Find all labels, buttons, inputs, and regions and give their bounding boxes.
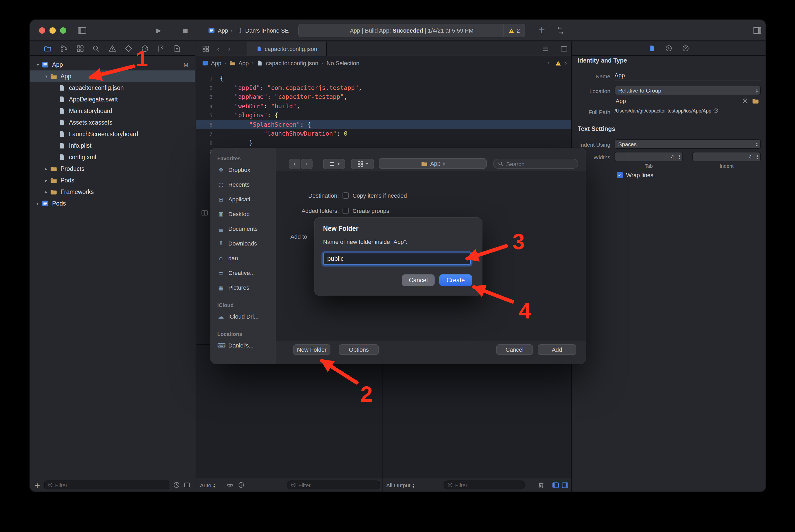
run-destination-selector[interactable]: Dan's iPhone SE	[236, 25, 289, 36]
tab-capacitor-config-json[interactable]: capacitor.config.json	[247, 41, 327, 56]
find-navigator-icon[interactable]	[92, 44, 100, 52]
open-path-icon[interactable]	[713, 108, 719, 114]
sidebar-item-recents[interactable]: ◷Recents	[217, 177, 276, 192]
tree-row-pods[interactable]: ▸Pods	[30, 174, 195, 186]
sidebar-item-documents[interactable]: ▤Documents	[217, 221, 276, 236]
code-line-7[interactable]: 7 "launchShowDuration": 0	[196, 129, 572, 138]
run-button[interactable]: ▶	[156, 27, 161, 34]
help-inspector-icon[interactable]	[682, 45, 689, 52]
icon-view-control[interactable]: ▾	[351, 159, 374, 169]
project-navigator-icon[interactable]	[44, 44, 52, 52]
breadcrumb-item[interactable]: capacitor.config.json	[257, 60, 318, 66]
copy-items-checkbox[interactable]	[343, 192, 349, 199]
dialog-cancel-button[interactable]: Cancel	[402, 274, 435, 286]
variables-filter-field[interactable]: Filter	[287, 480, 380, 489]
code-line-1[interactable]: 1{	[196, 74, 572, 83]
tree-row-launchscreen-storyboard[interactable]: LaunchScreen.storyboard	[30, 128, 195, 140]
issue-navigator-icon[interactable]	[108, 44, 116, 52]
disclosure-icon[interactable]: ▾	[34, 62, 41, 67]
add-editor-icon[interactable]	[560, 45, 568, 53]
show-variables-view-icon[interactable]	[552, 481, 559, 489]
file-inspector-icon[interactable]	[649, 45, 655, 52]
breadcrumb-item[interactable]: No Selection	[326, 60, 359, 66]
code-line-6[interactable]: 6 "SplashScreen": {	[196, 120, 572, 129]
stop-button[interactable]: ■	[183, 28, 188, 34]
code-line-3[interactable]: 3 "appName": "capacitor-testapp",	[196, 93, 572, 102]
clear-console-icon[interactable]	[538, 481, 545, 489]
console-output-selector[interactable]: All Output	[386, 478, 414, 492]
show-console-view-icon[interactable]	[561, 481, 569, 489]
back-button[interactable]: ‹	[289, 159, 301, 169]
info-icon[interactable]	[238, 481, 245, 488]
tree-row-products[interactable]: ▸Products	[30, 163, 195, 174]
add-item-button[interactable]: +	[34, 481, 40, 489]
indent-using-dropdown[interactable]: Spaces	[615, 139, 761, 149]
symbol-navigator-icon[interactable]	[76, 44, 84, 52]
sidebar-item-dropbox[interactable]: ❖Dropbox	[217, 163, 276, 177]
dialog-create-button[interactable]: Create	[439, 274, 472, 286]
new-folder-button[interactable]: New Folder	[293, 344, 330, 355]
location-dropdown[interactable]: Relative to Group	[615, 86, 761, 95]
code-review-icon[interactable]	[556, 26, 564, 35]
debug-navigator-icon[interactable]	[141, 44, 149, 52]
test-navigator-icon[interactable]	[125, 44, 132, 52]
tab-width-stepper[interactable]: 4	[615, 152, 683, 162]
search-field[interactable]: Search	[493, 159, 578, 169]
tree-row-frameworks[interactable]: ▸Frameworks	[30, 186, 195, 198]
toggle-inspector-icon[interactable]	[753, 26, 762, 35]
tree-row-config-xml[interactable]: config.xml	[30, 151, 195, 163]
report-navigator-icon[interactable]	[173, 44, 181, 52]
breakpoint-navigator-icon[interactable]	[157, 44, 165, 52]
create-groups-checkbox[interactable]	[343, 208, 349, 214]
console-filter-field[interactable]: Filter	[444, 480, 525, 489]
options-button[interactable]: Options	[339, 344, 379, 355]
tree-row-capacitor-config-json[interactable]: capacitor.config.json	[30, 82, 195, 94]
previous-issue-icon[interactable]: ‹	[547, 60, 550, 66]
close-window-button[interactable]	[39, 27, 45, 34]
variables-view-scope-selector[interactable]: Auto	[200, 478, 215, 492]
choose-folder-icon[interactable]	[752, 97, 759, 104]
disclosure-icon[interactable]: ▸	[42, 190, 50, 194]
toggle-navigator-icon[interactable]	[77, 26, 87, 35]
tree-row-pods[interactable]: ▸Pods	[30, 198, 195, 209]
sidebar-item-computer[interactable]: ⌨Daniel's...	[217, 338, 276, 353]
tree-row-assets-xcassets[interactable]: Assets.xcassets	[30, 117, 195, 128]
name-field[interactable]: App	[615, 71, 761, 80]
forward-button[interactable]: ›	[301, 159, 312, 169]
wrap-lines-checkbox[interactable]: ✓	[617, 172, 623, 178]
code-line-5[interactable]: 5 "plugins": {	[196, 111, 572, 120]
navigator-filter-field[interactable]: Filter	[44, 480, 169, 489]
recent-files-icon[interactable]	[173, 481, 180, 488]
code-editor[interactable]: 1{2 "appId": "com.capacitorjs.testapp",3…	[196, 74, 572, 157]
disclosure-icon[interactable]: ▸	[42, 178, 50, 183]
add-button[interactable]: Add	[538, 344, 576, 355]
warning-count-button[interactable]: 2	[503, 24, 525, 37]
tree-row-app[interactable]: ▾App	[30, 71, 195, 82]
breadcrumb-item[interactable]: App	[229, 60, 249, 66]
new-folder-name-input[interactable]: public	[323, 253, 471, 265]
scheme-selector[interactable]: App ›	[208, 25, 233, 36]
forward-icon[interactable]: ›	[228, 45, 231, 53]
quicklook-icon[interactable]	[226, 481, 234, 489]
tree-row-app[interactable]: ▾AppM	[30, 59, 195, 71]
clear-location-icon[interactable]	[742, 98, 748, 104]
source-control-navigator-icon[interactable]	[60, 44, 68, 52]
editor-list-icon[interactable]	[542, 45, 549, 53]
disclosure-icon[interactable]: ▸	[42, 166, 50, 171]
issue-warning-icon[interactable]	[555, 60, 561, 66]
code-line-4[interactable]: 4 "webDir": "build",	[196, 102, 572, 111]
library-button[interactable]: +	[538, 26, 545, 34]
sidebar-item-pictures[interactable]: ▦Pictures	[217, 280, 276, 295]
sheet-cancel-button[interactable]: Cancel	[496, 344, 533, 355]
list-view-control[interactable]: ▾	[323, 159, 345, 169]
disclosure-icon[interactable]: ▾	[42, 74, 50, 79]
tree-row-main-storyboard[interactable]: Main.storyboard	[30, 105, 195, 117]
editor-options-icon[interactable]	[201, 209, 209, 216]
debug-area-divider[interactable]	[382, 345, 382, 478]
back-icon[interactable]: ‹	[217, 45, 220, 53]
sidebar-item-home[interactable]: ⌂dan	[217, 251, 276, 265]
tree-row-appdelegate-swift[interactable]: AppDelegate.swift	[30, 94, 195, 105]
zoom-window-button[interactable]	[60, 27, 66, 34]
sidebar-item-downloads[interactable]: ⇩Downloads	[217, 236, 276, 251]
next-issue-icon[interactable]: ›	[564, 60, 567, 66]
